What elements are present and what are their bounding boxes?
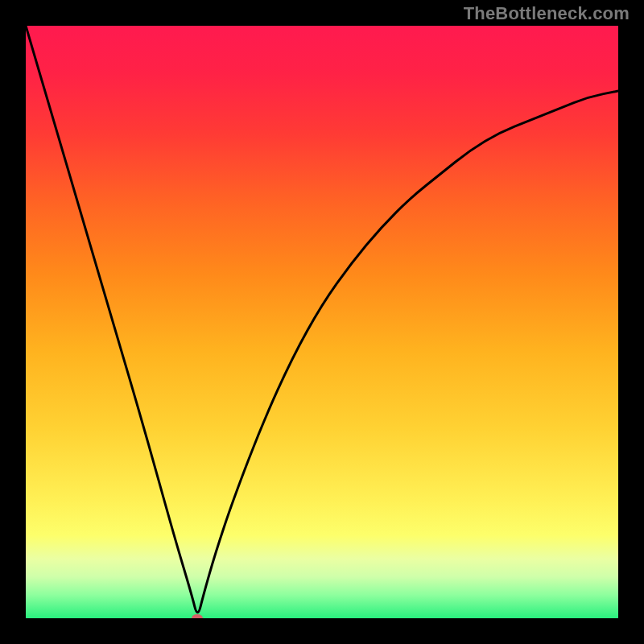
- minimum-marker: [192, 614, 203, 618]
- watermark-text: TheBottleneck.com: [464, 3, 630, 24]
- plot-area: [26, 26, 618, 618]
- bottleneck-curve: [26, 26, 618, 618]
- canvas-frame: TheBottleneck.com: [0, 0, 644, 644]
